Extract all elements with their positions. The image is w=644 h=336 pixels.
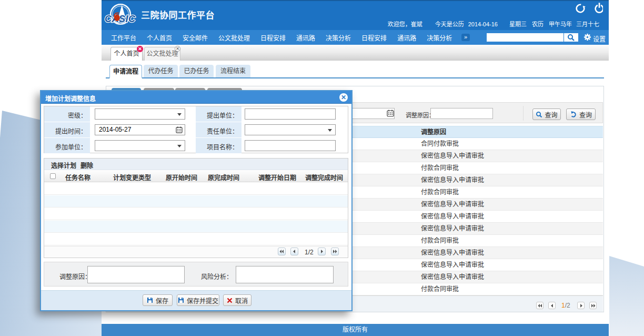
svg-text:CASIC: CASIC: [105, 14, 136, 24]
